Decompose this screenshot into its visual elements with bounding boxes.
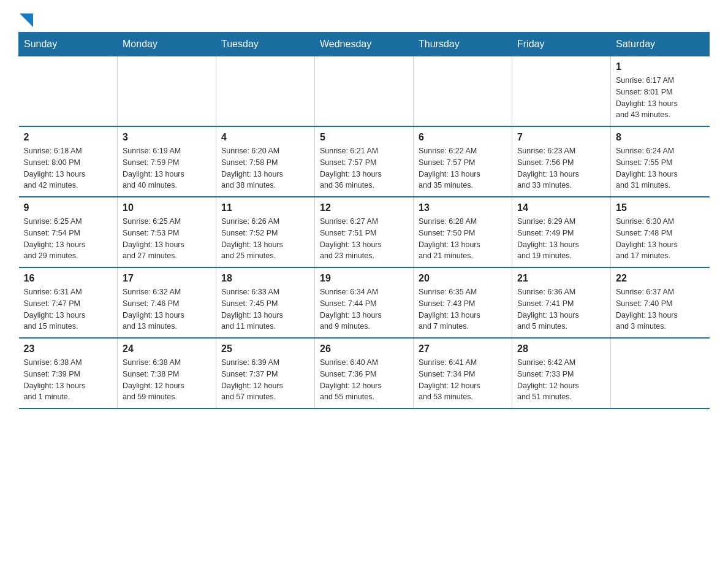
day-number: 27 [419,343,507,354]
day-info: Sunrise: 6:25 AM Sunset: 7:53 PM Dayligh… [123,216,211,262]
day-info: Sunrise: 6:35 AM Sunset: 7:43 PM Dayligh… [419,286,507,332]
calendar-day-cell [611,338,710,408]
calendar-day-cell [512,56,611,127]
day-info: Sunrise: 6:38 AM Sunset: 7:39 PM Dayligh… [24,357,113,403]
day-number: 24 [123,343,211,354]
day-number: 20 [419,273,507,284]
day-number: 3 [123,132,211,143]
calendar-day-cell: 5Sunrise: 6:21 AM Sunset: 7:57 PM Daylig… [315,126,414,197]
day-info: Sunrise: 6:23 AM Sunset: 7:56 PM Dayligh… [517,145,605,191]
page-header [18,12,710,26]
day-info: Sunrise: 6:28 AM Sunset: 7:50 PM Dayligh… [419,216,507,262]
calendar-day-cell: 14Sunrise: 6:29 AM Sunset: 7:49 PM Dayli… [512,197,611,267]
day-number: 6 [419,132,507,143]
day-info: Sunrise: 6:41 AM Sunset: 7:34 PM Dayligh… [419,357,507,403]
weekday-header: Saturday [611,33,710,56]
day-info: Sunrise: 6:30 AM Sunset: 7:48 PM Dayligh… [616,216,705,262]
logo-arrow-icon [20,13,33,27]
calendar-day-cell: 20Sunrise: 6:35 AM Sunset: 7:43 PM Dayli… [414,267,512,338]
day-info: Sunrise: 6:27 AM Sunset: 7:51 PM Dayligh… [320,216,408,262]
calendar-day-cell: 2Sunrise: 6:18 AM Sunset: 8:00 PM Daylig… [19,126,118,197]
calendar-day-cell: 11Sunrise: 6:26 AM Sunset: 7:52 PM Dayli… [216,197,315,267]
day-number: 18 [221,273,309,284]
calendar-day-cell: 15Sunrise: 6:30 AM Sunset: 7:48 PM Dayli… [611,197,710,267]
calendar-day-cell: 18Sunrise: 6:33 AM Sunset: 7:45 PM Dayli… [216,267,315,338]
calendar-day-cell: 28Sunrise: 6:42 AM Sunset: 7:33 PM Dayli… [512,338,611,408]
calendar-day-cell: 3Sunrise: 6:19 AM Sunset: 7:59 PM Daylig… [118,126,216,197]
day-number: 7 [517,132,605,143]
calendar-week-row: 2Sunrise: 6:18 AM Sunset: 8:00 PM Daylig… [19,126,710,197]
day-number: 22 [616,273,705,284]
calendar-week-row: 1Sunrise: 6:17 AM Sunset: 8:01 PM Daylig… [19,56,710,127]
day-number: 8 [616,132,705,143]
calendar-day-cell: 24Sunrise: 6:38 AM Sunset: 7:38 PM Dayli… [118,338,216,408]
weekday-header: Friday [512,33,611,56]
calendar-day-cell: 6Sunrise: 6:22 AM Sunset: 7:57 PM Daylig… [414,126,512,197]
day-number: 17 [123,273,211,284]
day-number: 12 [320,202,408,213]
day-number: 16 [24,273,113,284]
weekday-header: Wednesday [315,33,414,56]
day-number: 9 [24,202,113,213]
day-number: 2 [24,132,113,143]
calendar-day-cell [216,56,315,127]
calendar-day-cell: 9Sunrise: 6:25 AM Sunset: 7:54 PM Daylig… [19,197,118,267]
day-info: Sunrise: 6:24 AM Sunset: 7:55 PM Dayligh… [616,145,705,191]
calendar-day-cell: 8Sunrise: 6:24 AM Sunset: 7:55 PM Daylig… [611,126,710,197]
weekday-header-row: SundayMondayTuesdayWednesdayThursdayFrid… [19,33,710,56]
calendar-day-cell: 25Sunrise: 6:39 AM Sunset: 7:37 PM Dayli… [216,338,315,408]
logo [18,12,33,26]
day-number: 26 [320,343,408,354]
calendar-week-row: 16Sunrise: 6:31 AM Sunset: 7:47 PM Dayli… [19,267,710,338]
calendar-day-cell: 23Sunrise: 6:38 AM Sunset: 7:39 PM Dayli… [19,338,118,408]
day-number: 1 [616,61,705,72]
day-info: Sunrise: 6:33 AM Sunset: 7:45 PM Dayligh… [221,286,309,332]
day-number: 13 [419,202,507,213]
calendar-day-cell: 22Sunrise: 6:37 AM Sunset: 7:40 PM Dayli… [611,267,710,338]
weekday-header: Monday [118,33,216,56]
day-info: Sunrise: 6:22 AM Sunset: 7:57 PM Dayligh… [419,145,507,191]
day-number: 14 [517,202,605,213]
day-info: Sunrise: 6:34 AM Sunset: 7:44 PM Dayligh… [320,286,408,332]
calendar-week-row: 9Sunrise: 6:25 AM Sunset: 7:54 PM Daylig… [19,197,710,267]
calendar-day-cell: 12Sunrise: 6:27 AM Sunset: 7:51 PM Dayli… [315,197,414,267]
day-number: 21 [517,273,605,284]
calendar-day-cell: 27Sunrise: 6:41 AM Sunset: 7:34 PM Dayli… [414,338,512,408]
calendar-day-cell [19,56,118,127]
day-info: Sunrise: 6:25 AM Sunset: 7:54 PM Dayligh… [24,216,113,262]
calendar-day-cell [118,56,216,127]
calendar-day-cell: 7Sunrise: 6:23 AM Sunset: 7:56 PM Daylig… [512,126,611,197]
svg-marker-0 [20,13,33,27]
calendar-day-cell: 19Sunrise: 6:34 AM Sunset: 7:44 PM Dayli… [315,267,414,338]
day-number: 25 [221,343,309,354]
day-info: Sunrise: 6:42 AM Sunset: 7:33 PM Dayligh… [517,357,605,403]
calendar-body: 1Sunrise: 6:17 AM Sunset: 8:01 PM Daylig… [19,56,710,409]
day-info: Sunrise: 6:32 AM Sunset: 7:46 PM Dayligh… [123,286,211,332]
calendar-day-cell: 16Sunrise: 6:31 AM Sunset: 7:47 PM Dayli… [19,267,118,338]
day-number: 15 [616,202,705,213]
calendar-day-cell: 26Sunrise: 6:40 AM Sunset: 7:36 PM Dayli… [315,338,414,408]
day-info: Sunrise: 6:36 AM Sunset: 7:41 PM Dayligh… [517,286,605,332]
day-number: 5 [320,132,408,143]
day-info: Sunrise: 6:20 AM Sunset: 7:58 PM Dayligh… [221,145,309,191]
day-number: 11 [221,202,309,213]
day-number: 4 [221,132,309,143]
day-number: 23 [24,343,113,354]
day-info: Sunrise: 6:40 AM Sunset: 7:36 PM Dayligh… [320,357,408,403]
day-number: 28 [517,343,605,354]
calendar-day-cell: 1Sunrise: 6:17 AM Sunset: 8:01 PM Daylig… [611,56,710,127]
day-number: 10 [123,202,211,213]
calendar-day-cell: 4Sunrise: 6:20 AM Sunset: 7:58 PM Daylig… [216,126,315,197]
day-info: Sunrise: 6:26 AM Sunset: 7:52 PM Dayligh… [221,216,309,262]
weekday-header: Sunday [19,33,118,56]
day-info: Sunrise: 6:29 AM Sunset: 7:49 PM Dayligh… [517,216,605,262]
calendar-day-cell: 17Sunrise: 6:32 AM Sunset: 7:46 PM Dayli… [118,267,216,338]
day-info: Sunrise: 6:39 AM Sunset: 7:37 PM Dayligh… [221,357,309,403]
day-number: 19 [320,273,408,284]
calendar-table: SundayMondayTuesdayWednesdayThursdayFrid… [18,32,710,409]
calendar-day-cell: 10Sunrise: 6:25 AM Sunset: 7:53 PM Dayli… [118,197,216,267]
day-info: Sunrise: 6:31 AM Sunset: 7:47 PM Dayligh… [24,286,113,332]
calendar-day-cell [315,56,414,127]
calendar-day-cell: 21Sunrise: 6:36 AM Sunset: 7:41 PM Dayli… [512,267,611,338]
calendar-week-row: 23Sunrise: 6:38 AM Sunset: 7:39 PM Dayli… [19,338,710,408]
